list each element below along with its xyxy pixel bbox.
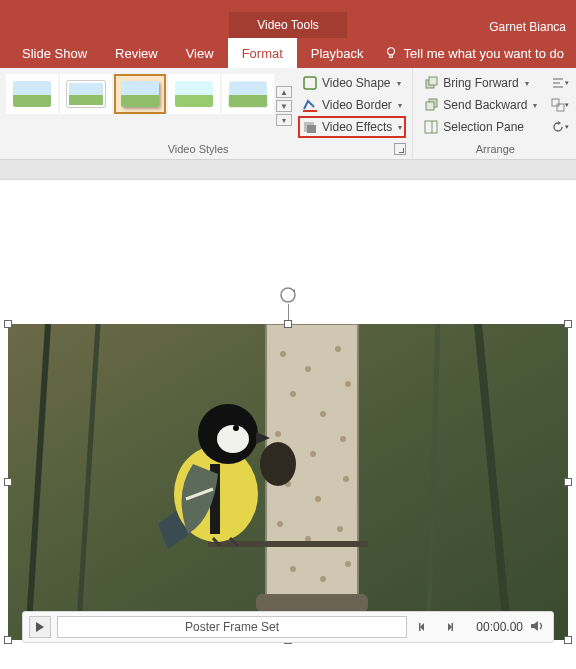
group-label-video-styles: Video Styles: [6, 143, 390, 155]
resize-handle-bl[interactable]: [4, 636, 12, 644]
gallery-down-icon[interactable]: ▼: [276, 100, 292, 112]
align-icon: [551, 76, 565, 90]
group-video-styles: ▲ ▼ ▾ Video Shape ▾ Video Border ▾ Video…: [0, 68, 413, 159]
video-effects-label: Video Effects: [322, 120, 392, 134]
gallery-more-icon[interactable]: ▾: [276, 114, 292, 126]
dropdown-arrow-icon: ▾: [398, 101, 402, 110]
video-style-preset-4[interactable]: [168, 74, 220, 114]
tab-view[interactable]: View: [172, 38, 228, 68]
title-bar: Video Tools Garnet Bianca: [0, 0, 576, 38]
svg-point-17: [281, 288, 295, 302]
align-button[interactable]: ▾: [549, 72, 571, 94]
video-style-preset-5[interactable]: [222, 74, 274, 114]
lightbulb-icon: [384, 46, 398, 60]
svg-point-42: [260, 442, 296, 486]
video-effects-button[interactable]: Video Effects ▾: [298, 116, 406, 138]
group-button[interactable]: ▾: [549, 94, 571, 116]
resize-handle-br[interactable]: [564, 636, 572, 644]
step-back-button[interactable]: [413, 617, 433, 637]
bring-forward-label: Bring Forward: [443, 76, 518, 90]
effects-icon: [302, 119, 318, 135]
tell-me-label: Tell me what you want to do: [404, 46, 564, 61]
svg-point-24: [280, 351, 286, 357]
svg-point-41: [345, 561, 351, 567]
svg-point-39: [290, 566, 296, 572]
svg-rect-16: [557, 104, 564, 111]
play-button[interactable]: [29, 616, 51, 638]
video-border-button[interactable]: Video Border ▾: [298, 94, 406, 116]
video-object-selection[interactable]: [8, 324, 568, 640]
resize-handle-tr[interactable]: [564, 320, 572, 328]
video-style-preset-2[interactable]: [60, 74, 112, 114]
playback-time: 00:00.00: [465, 620, 523, 634]
seek-status-label: Poster Frame Set: [185, 620, 279, 634]
step-forward-icon: [443, 621, 455, 633]
tell-me-search[interactable]: Tell me what you want to do: [384, 38, 564, 68]
svg-point-28: [320, 411, 326, 417]
group-label-arrange: Arrange: [476, 143, 515, 155]
gallery-up-icon[interactable]: ▲: [276, 86, 292, 98]
group-arrange: Bring Forward ▾ Send Backward ▾ Selectio…: [413, 68, 576, 159]
svg-rect-54: [452, 623, 454, 631]
tab-playback[interactable]: Playback: [297, 38, 378, 68]
svg-point-40: [320, 576, 326, 582]
send-backward-button[interactable]: Send Backward ▾: [419, 94, 541, 116]
dropdown-arrow-icon: ▾: [533, 101, 537, 110]
rotate-handle-icon: [279, 286, 297, 304]
dropdown-arrow-icon: ▾: [397, 79, 401, 88]
svg-point-26: [335, 346, 341, 352]
video-styles-dialog-launcher[interactable]: [394, 143, 406, 155]
svg-rect-15: [552, 99, 559, 106]
seek-bar[interactable]: Poster Frame Set: [57, 616, 407, 638]
volume-button[interactable]: [529, 618, 547, 636]
video-frame[interactable]: [8, 324, 568, 640]
svg-rect-43: [256, 594, 368, 612]
svg-point-31: [310, 451, 316, 457]
resize-handle-tm[interactable]: [284, 320, 292, 328]
video-style-preset-1[interactable]: [6, 74, 58, 114]
svg-point-34: [315, 496, 321, 502]
video-border-label: Video Border: [322, 98, 392, 112]
user-name: Garnet Bianca: [489, 20, 566, 34]
svg-point-49: [217, 425, 249, 453]
bring-forward-button[interactable]: Bring Forward ▾: [419, 72, 541, 94]
resize-handle-ml[interactable]: [4, 478, 12, 486]
rotate-handle[interactable]: [279, 286, 297, 304]
svg-point-36: [277, 521, 283, 527]
svg-point-29: [345, 381, 351, 387]
send-backward-label: Send Backward: [443, 98, 527, 112]
video-shape-button[interactable]: Video Shape ▾: [298, 72, 406, 94]
selection-pane-button[interactable]: Selection Pane: [419, 116, 541, 138]
video-poster-image: [8, 324, 568, 640]
ribbon-spacer: [0, 160, 576, 180]
resize-handle-mr[interactable]: [564, 478, 572, 486]
svg-rect-1: [389, 55, 392, 58]
svg-rect-2: [304, 77, 316, 89]
svg-rect-9: [426, 102, 434, 110]
ribbon-tabs: Slide Show Review View Format Playback T…: [0, 38, 576, 68]
svg-point-0: [387, 48, 394, 55]
rotate-button[interactable]: ▾: [549, 116, 571, 138]
svg-point-27: [290, 391, 296, 397]
rotate-icon: [551, 120, 565, 134]
dropdown-arrow-icon: ▾: [525, 79, 529, 88]
dropdown-arrow-icon: ▾: [398, 123, 402, 132]
tab-slideshow[interactable]: Slide Show: [8, 38, 101, 68]
contextual-tab-title: Video Tools: [229, 12, 347, 38]
svg-rect-53: [419, 623, 421, 631]
step-forward-button[interactable]: [439, 617, 459, 637]
video-style-preset-3[interactable]: [114, 74, 166, 114]
svg-rect-5: [307, 125, 316, 133]
tab-review[interactable]: Review: [101, 38, 172, 68]
play-icon: [35, 622, 45, 632]
svg-point-32: [340, 436, 346, 442]
svg-point-30: [275, 431, 281, 437]
video-style-gallery-scroll[interactable]: ▲ ▼ ▾: [276, 74, 292, 138]
shape-icon: [302, 75, 318, 91]
tab-format[interactable]: Format: [228, 38, 297, 68]
svg-point-25: [305, 366, 311, 372]
resize-handle-tl[interactable]: [4, 320, 12, 328]
slide-canvas[interactable]: Poster Frame Set 00:00.00: [0, 180, 576, 647]
video-shape-label: Video Shape: [322, 76, 391, 90]
svg-rect-10: [425, 121, 437, 133]
